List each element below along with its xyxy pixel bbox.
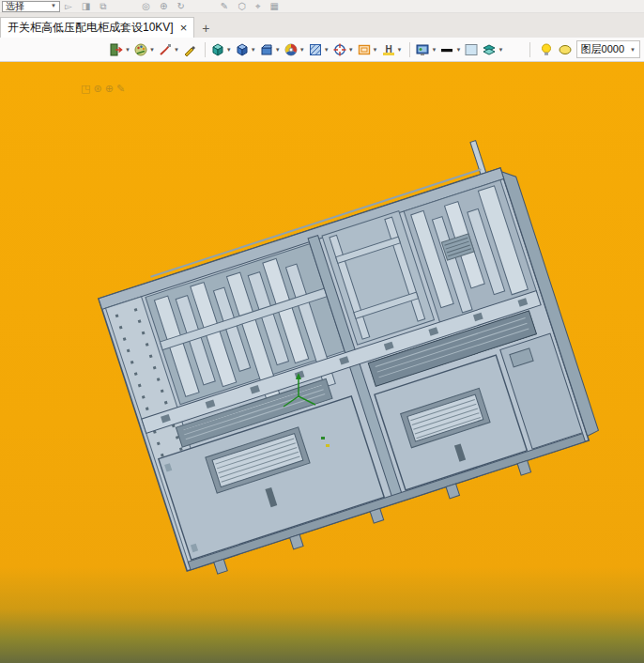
sketch-icon[interactable]: ✎ [221,1,228,12]
model-viewport[interactable]: ◳ ⊛ ⊕ ✎ [0,62,644,663]
render-view-icon [415,42,430,57]
rotate-icon[interactable]: ↻ [176,1,184,12]
dropdown-arrow[interactable]: ▼ [373,47,378,53]
toolbar-separator [529,42,530,57]
hatch-pattern-button[interactable]: ▼ [308,42,330,57]
axis-icon[interactable]: ⌖ [255,1,261,12]
hatch-pattern-icon [308,42,323,57]
toolbar-separator [205,42,206,57]
line-width-button[interactable]: ▼ [439,42,461,57]
cabinet-model[interactable] [88,132,605,583]
viewport-frame-icon [357,42,372,57]
assembly-cube-icon [235,42,250,57]
chevron-down-icon: ▼ [630,47,636,53]
dimension-button[interactable]: H ▼ [381,42,403,57]
dropdown-arrow[interactable]: ▼ [226,47,232,53]
origin-target-icon [332,42,347,57]
top-strip-icons: ▻ ◨ ⧉ ◎ ⊕ ↻ ✎ ⬡ ⌖ ▦ [60,1,284,12]
part-box-button[interactable]: ▼ [259,42,281,57]
solid-cube-icon [210,42,225,57]
layer-visibility-bulb-icon[interactable] [539,42,554,57]
clone-icon[interactable]: ⧉ [100,1,106,12]
dropdown-arrow[interactable]: ▼ [324,47,330,53]
main-toolbar: ▼ ▼ ▼ ▼ [0,38,644,62]
layer-stack-button[interactable]: ▼ [482,42,503,57]
assembly-cube-button[interactable]: ▼ [235,42,256,57]
scene-svg: ◳ ⊛ ⊕ ✎ [0,62,644,663]
dropdown-arrow[interactable]: ▼ [174,47,179,53]
pen-icon [182,42,197,57]
color-swatch-button[interactable] [464,42,479,57]
dropdown-arrow[interactable]: ▼ [299,47,305,53]
color-swatch-icon [464,42,479,57]
document-tab-bar: 开关柜高低压配电柜成套设10KV] × + [0,13,644,38]
color-wheel-button[interactable]: ▼ [284,42,305,57]
zoom-icon[interactable]: ⊕ [160,1,167,12]
top-strip-toolbar: 选择 ▼ ▻ ◨ ⧉ ◎ ⊕ ↻ ✎ ⬡ ⌖ ▦ [0,0,644,13]
dropdown-arrow[interactable]: ▼ [397,47,403,53]
line-width-icon [439,42,454,57]
grid-icon[interactable]: ▦ [270,1,279,12]
fitting-mark-green [321,437,325,439]
svg-text:H: H [385,44,391,54]
palette-icon [133,42,148,57]
dropdown-arrow[interactable]: ▼ [149,47,155,53]
active-document-tab[interactable]: 开关柜高低压配电柜成套设10KV] × [0,17,194,38]
layer-controls: 图层0000 ▼ [525,40,640,58]
color-wheel-icon [284,42,299,57]
chevron-down-icon: ▼ [51,1,56,11]
brush-button[interactable]: ▼ [158,42,179,57]
viewport-frame-button[interactable]: ▼ [357,42,378,57]
pen-button[interactable] [182,42,197,57]
orbit-icon[interactable]: ◎ [142,1,150,12]
dimension-icon: H [381,42,396,57]
dropdown-arrow[interactable]: ▼ [348,47,354,53]
layer-stack-icon [482,42,497,57]
import-export-button[interactable]: ▼ [109,42,130,57]
current-layer-selector[interactable]: 图层0000 ▼ [576,40,640,58]
stamp-icon[interactable]: ◨ [82,1,90,12]
part-box-icon [259,42,274,57]
faint-canvas-icons: ◳ ⊛ ⊕ ✎ [81,83,125,94]
select-mode-label: 选择 [6,1,24,11]
dropdown-arrow[interactable]: ▼ [498,47,503,53]
dropdown-arrow[interactable]: ▼ [251,47,256,53]
render-view-button[interactable]: ▼ [415,42,437,57]
cursor-icon[interactable]: ▻ [65,1,72,12]
ellipse-tool-icon[interactable] [558,42,573,57]
solid-cube-button[interactable]: ▼ [210,42,232,57]
dropdown-arrow[interactable]: ▼ [455,47,461,53]
palette-button[interactable]: ▼ [133,42,155,57]
select-mode-combobox[interactable]: 选择 ▼ [2,1,60,12]
import-export-icon [109,42,124,57]
dropdown-arrow[interactable]: ▼ [125,47,130,53]
brush-icon [158,42,173,57]
tab-title: 开关柜高低压配电柜成套设10KV] [8,20,174,36]
polygon-icon[interactable]: ⬡ [238,1,246,12]
current-layer-name: 图层0000 [581,42,624,56]
fitting-mark-yellow [326,444,330,447]
origin-target-button[interactable]: ▼ [332,42,354,57]
new-tab-button[interactable]: + [194,21,217,38]
toolbar-separator [409,42,410,57]
dropdown-arrow[interactable]: ▼ [275,47,281,53]
close-icon[interactable]: × [180,22,188,34]
dropdown-arrow[interactable]: ▼ [431,47,437,53]
